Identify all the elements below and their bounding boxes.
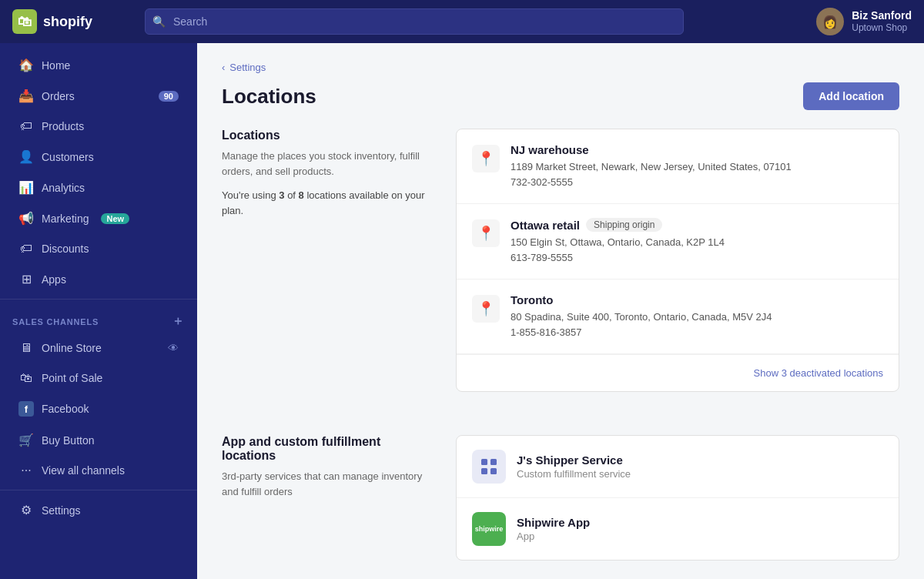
- sidebar-item-analytics[interactable]: 📊 Analytics: [6, 172, 191, 202]
- location-row-nj[interactable]: 📍 NJ warehouse 1189 Market Street, Newar…: [457, 129, 899, 204]
- breadcrumb-parent[interactable]: Settings: [229, 62, 266, 73]
- analytics-icon: 📊: [18, 180, 34, 195]
- location-address: 80 Spadina, Suite 400, Toronto, Ontario,…: [511, 310, 883, 340]
- location-details: NJ warehouse 1189 Market Street, Newark,…: [511, 143, 883, 189]
- sidebar-item-online-store[interactable]: 🖥 Online Store 👁: [6, 333, 191, 363]
- facebook-icon: f: [18, 401, 34, 417]
- fulfillment-section: App and custom fulfillment locations 3rd…: [222, 435, 899, 561]
- discounts-icon: 🏷: [18, 242, 34, 256]
- logo-text: shopify: [43, 14, 92, 30]
- svg-rect-2: [481, 468, 487, 474]
- sidebar-item-buy-button[interactable]: 🛒 Buy Button: [6, 425, 191, 455]
- location-pin-icon: 📍: [472, 219, 500, 247]
- user-area[interactable]: 👩 Biz Sanford Uptown Shop: [816, 8, 912, 35]
- sidebar-item-customers[interactable]: 👤 Customers: [6, 142, 191, 172]
- sidebar-item-label: Online Store: [42, 342, 102, 354]
- add-location-button[interactable]: Add location: [803, 82, 899, 110]
- sidebar-item-label: Discounts: [42, 243, 89, 255]
- sidebar-item-label: Marketing: [42, 213, 89, 225]
- location-name-row: Ottawa retail Shipping origin: [511, 218, 883, 232]
- location-name: Ottawa retail: [511, 219, 580, 232]
- sidebar-item-products[interactable]: 🏷 Products: [6, 112, 191, 141]
- sidebar-item-apps[interactable]: ⊞ Apps: [6, 264, 191, 294]
- location-address-line1: 150 Elgin St, Ottawa, Ontario, Canada, K…: [511, 235, 883, 250]
- sidebar-item-label: Customers: [42, 151, 94, 163]
- location-address-line2: 732-302-5555: [511, 175, 883, 190]
- location-details: Toronto 80 Spadina, Suite 400, Toronto, …: [511, 293, 883, 340]
- js-shipper-name: J's Shipper Service: [517, 453, 883, 467]
- locations-section: Locations Manage the places you stock in…: [222, 129, 899, 410]
- shopify-logo-icon: 🛍: [12, 9, 37, 34]
- shipwire-type: App: [517, 530, 883, 542]
- sidebar-item-pos[interactable]: 🛍 Point of Sale: [6, 363, 191, 393]
- top-navigation: 🛍 shopify 🔍 👩 Biz Sanford Uptown Shop: [0, 0, 924, 43]
- marketing-icon: 📢: [18, 211, 34, 226]
- sidebar: 🏠 Home 📥 Orders 90 🏷 Products 👤 Customer…: [0, 43, 197, 579]
- sidebar-item-label: Apps: [42, 273, 66, 286]
- js-shipper-icon: [472, 450, 506, 484]
- location-pin-icon: 📍: [472, 145, 500, 172]
- locations-description: Manage the places you stock inventory, f…: [222, 149, 437, 179]
- sales-channels-section-label: SALES CHANNELS ＋: [0, 304, 197, 333]
- location-address: 150 Elgin St, Ottawa, Ontario, Canada, K…: [511, 235, 883, 265]
- online-store-icon: 🖥: [18, 341, 34, 355]
- sidebar-divider-2: [0, 490, 197, 490]
- customers-icon: 👤: [18, 149, 34, 164]
- sidebar-item-label: Settings: [42, 504, 81, 517]
- fulfillment-row-js-shipper[interactable]: J's Shipper Service Custom fulfillment s…: [457, 436, 899, 498]
- sidebar-item-home[interactable]: 🏠 Home: [6, 50, 191, 80]
- settings-icon: ⚙: [18, 503, 34, 517]
- chevron-left-icon: ‹: [222, 62, 225, 73]
- fulfillment-card: J's Shipper Service Custom fulfillment s…: [456, 435, 899, 561]
- location-row-toronto[interactable]: 📍 Toronto 80 Spadina, Suite 400, Toronto…: [457, 279, 899, 354]
- svg-rect-0: [481, 459, 487, 465]
- marketing-new-badge: New: [101, 213, 129, 224]
- fulfillment-description: 3rd-party services that can manage inven…: [222, 469, 437, 499]
- location-name: NJ warehouse: [511, 143, 589, 156]
- sidebar-item-label: Products: [42, 120, 84, 132]
- add-sales-channel-button[interactable]: ＋: [172, 313, 185, 330]
- shipping-origin-badge: Shipping origin: [586, 218, 662, 232]
- locations-heading: Locations: [222, 129, 437, 142]
- sidebar-divider: [0, 299, 197, 300]
- search-input[interactable]: [145, 8, 684, 35]
- plan-info: You're using 3 of 8 locations available …: [222, 188, 437, 218]
- online-store-eye-icon: 👁: [168, 342, 179, 354]
- sidebar-item-label: Analytics: [42, 182, 85, 194]
- fulfillment-row-shipwire[interactable]: shipwire Shipwire App App: [457, 498, 899, 560]
- location-address-line1: 1189 Market Street, Newark, New Jersey, …: [511, 159, 883, 175]
- logo[interactable]: 🛍 shopify: [12, 9, 136, 34]
- locations-card: 📍 NJ warehouse 1189 Market Street, Newar…: [456, 129, 899, 392]
- shipwire-name: Shipwire App: [517, 516, 883, 529]
- home-icon: 🏠: [18, 58, 34, 72]
- user-name: Biz Sanford: [852, 8, 912, 22]
- page-title-row: Locations Add location: [222, 82, 899, 110]
- location-row-ottawa[interactable]: 📍 Ottawa retail Shipping origin 150 Elgi…: [457, 204, 899, 279]
- fulfillment-left-col: App and custom fulfillment locations 3rd…: [222, 435, 437, 508]
- plan-total: 8: [299, 189, 304, 201]
- search-bar: 🔍: [145, 8, 684, 35]
- sidebar-item-orders[interactable]: 📥 Orders 90: [6, 81, 191, 111]
- page-title: Locations: [222, 85, 316, 109]
- sidebar-item-view-all-channels[interactable]: ··· View all channels: [6, 456, 191, 485]
- location-details: Ottawa retail Shipping origin 150 Elgin …: [511, 218, 883, 265]
- fulfillment-right-col: J's Shipper Service Custom fulfillment s…: [456, 435, 899, 561]
- location-name-row: Toronto: [511, 293, 883, 306]
- js-shipper-type: Custom fulfillment service: [517, 468, 883, 480]
- js-shipper-details: J's Shipper Service Custom fulfillment s…: [517, 453, 883, 480]
- sidebar-item-label: View all channels: [42, 464, 125, 477]
- main-content: ‹ Settings Locations Add location Locati…: [197, 43, 924, 579]
- pos-icon: 🛍: [18, 371, 34, 385]
- sidebar-item-marketing[interactable]: 📢 Marketing New: [6, 203, 191, 233]
- sidebar-item-facebook[interactable]: f Facebook: [6, 393, 191, 424]
- sidebar-item-label: Buy Button: [42, 434, 95, 447]
- products-icon: 🏷: [18, 119, 34, 133]
- sidebar-item-label: Facebook: [42, 403, 89, 415]
- sidebar-item-settings[interactable]: ⚙ Settings: [6, 495, 191, 525]
- avatar: 👩: [816, 8, 844, 35]
- show-deactivated-button[interactable]: Show 3 deactivated locations: [457, 354, 899, 391]
- fulfillment-heading: App and custom fulfillment locations: [222, 435, 437, 463]
- locations-right-col: 📍 NJ warehouse 1189 Market Street, Newar…: [456, 129, 899, 410]
- view-all-icon: ···: [18, 464, 34, 477]
- sidebar-item-discounts[interactable]: 🏷 Discounts: [6, 234, 191, 263]
